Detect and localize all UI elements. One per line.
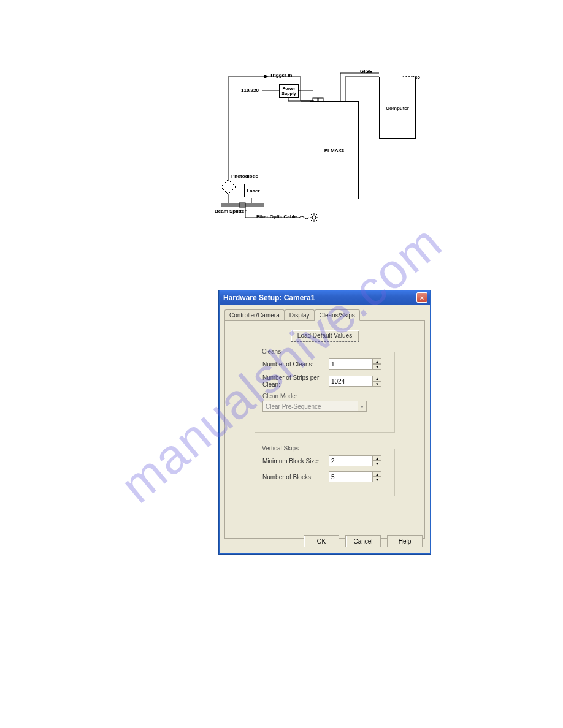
svg-line-17	[311, 214, 312, 216]
num-strips-input[interactable]	[329, 376, 373, 387]
min-block-up-icon[interactable]: ▲	[373, 455, 381, 461]
min-block-input[interactable]	[329, 455, 373, 466]
num-cleans-up-icon[interactable]: ▲	[373, 358, 381, 364]
help-button[interactable]: Help	[387, 535, 423, 547]
svg-line-19	[311, 219, 312, 221]
dialog-buttons: OK Cancel Help	[304, 535, 423, 547]
min-block-spinner[interactable]: ▲ ▼	[329, 455, 381, 466]
computer-box: Computer	[379, 77, 416, 139]
num-strips-down-icon[interactable]: ▼	[373, 381, 381, 387]
laser-box: Laser	[244, 184, 262, 197]
cleans-group: Cleans Number of Cleans: ▲ ▼ Number of S…	[255, 352, 395, 433]
num-blocks-up-icon[interactable]: ▲	[373, 471, 381, 477]
num-blocks-spinner[interactable]: ▲ ▼	[329, 471, 381, 482]
clean-mode-select[interactable]: Clear Pre-Sequence ▼	[262, 401, 367, 412]
skips-group-title: Vertical Skips	[260, 445, 301, 452]
svg-line-20	[316, 214, 317, 216]
power-supply-box: Power Supply	[279, 84, 299, 98]
num-strips-spinner[interactable]: ▲ ▼	[329, 376, 381, 387]
clean-mode-value: Clear Pre-Sequence	[266, 403, 321, 410]
num-blocks-input[interactable]	[329, 471, 373, 482]
num-blocks-down-icon[interactable]: ▼	[373, 477, 381, 482]
close-icon[interactable]: ×	[416, 292, 427, 303]
svg-marker-0	[264, 75, 269, 78]
cleans-group-title: Cleans	[260, 348, 283, 355]
pimax3-box: PI-MAX3	[310, 101, 359, 199]
header-rule	[61, 58, 502, 58]
num-cleans-input[interactable]	[329, 358, 373, 370]
svg-line-18	[316, 219, 317, 221]
svg-marker-6	[221, 180, 236, 194]
num-cleans-spinner[interactable]: ▲ ▼	[329, 358, 381, 370]
num-blocks-label: Number of Blocks:	[262, 474, 329, 480]
tab-cleans-skips[interactable]: Cleans/Skips	[315, 309, 360, 321]
num-strips-label: Number of Strips per Clean:	[262, 374, 329, 388]
fiber-optic-label: Fiber Optic Cable	[256, 214, 297, 219]
chevron-down-icon: ▼	[358, 401, 366, 411]
v110220-left-label: 110/220	[241, 88, 259, 93]
svg-rect-9	[239, 203, 245, 207]
dialog-title: Hardware Setup: Camera1	[223, 294, 315, 302]
tab-display[interactable]: Display	[285, 309, 315, 321]
cleans-skips-panel: Load Default Values Cleans Number of Cle…	[224, 320, 425, 539]
trigger-in-label: Trigger In	[270, 72, 292, 78]
gige-label: GIGE	[360, 69, 372, 74]
beam-splitter-label: Beam Splitter	[215, 208, 247, 214]
tab-controller-camera[interactable]: Controller/Camera	[224, 309, 285, 321]
dialog-titlebar[interactable]: Hardware Setup: Camera1 ×	[220, 290, 430, 305]
min-block-label: Minimum Block Size:	[262, 458, 329, 464]
load-default-values-button[interactable]: Load Default Values	[291, 330, 359, 342]
num-cleans-label: Number of Cleans:	[262, 361, 329, 368]
num-cleans-down-icon[interactable]: ▼	[373, 364, 381, 370]
photodiode-label: Photodiode	[231, 173, 258, 179]
vertical-skips-group: Vertical Skips Minimum Block Size: ▲ ▼ N…	[255, 449, 395, 496]
num-strips-up-icon[interactable]: ▲	[373, 376, 381, 381]
hardware-setup-dialog: Hardware Setup: Camera1 × Controller/Cam…	[219, 290, 431, 554]
cancel-button[interactable]: Cancel	[345, 535, 381, 547]
ok-button[interactable]: OK	[304, 535, 339, 547]
clean-mode-label: Clean Mode:	[262, 393, 387, 400]
tab-strip: Controller/Camera Display Cleans/Skips	[220, 305, 430, 320]
svg-point-12	[312, 216, 316, 219]
schematic-diagram: Trigger In GIGE 110/220 110/220 Power Su…	[221, 70, 435, 230]
min-block-down-icon[interactable]: ▼	[373, 461, 381, 466]
